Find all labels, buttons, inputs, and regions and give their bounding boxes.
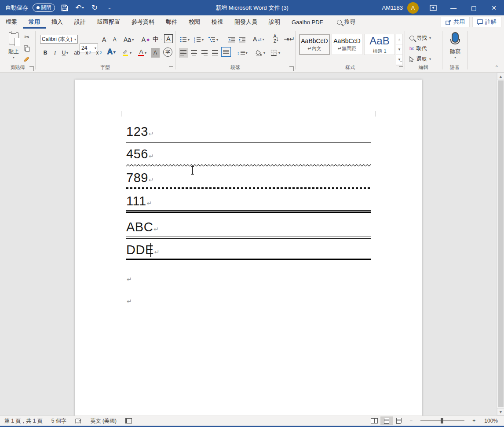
find-button[interactable]: 尋找 ▾ <box>409 33 431 43</box>
styles-scroll-up-icon[interactable]: ▲ <box>396 34 402 44</box>
language-status[interactable]: 英文 (美國) <box>86 416 121 426</box>
strikethrough-button[interactable]: ab <box>73 48 81 58</box>
paragraph-dialog-launcher[interactable] <box>289 66 294 71</box>
tab-insert[interactable]: 插入 <box>46 15 69 29</box>
change-case-button[interactable]: Aa▾ <box>124 35 134 44</box>
select-button[interactable]: 選取 ▾ <box>409 54 431 64</box>
doc-paragraph-1[interactable]: 123↵ <box>126 124 371 139</box>
multilevel-list-button[interactable]: ▾ <box>208 35 218 44</box>
ribbon-display-options-icon[interactable] <box>423 0 443 15</box>
tab-mailings[interactable]: 郵件 <box>160 15 183 29</box>
paste-button[interactable]: 貼上 ▾ <box>4 32 24 59</box>
style-no-spacing[interactable]: AaBbCcD ↵無間距 <box>332 34 362 55</box>
asian-layout-button[interactable]: A⇄▾ <box>253 34 264 44</box>
justify-button[interactable] <box>211 48 219 58</box>
line-spacing-button[interactable]: ↕▾ <box>237 48 248 58</box>
increase-indent-button[interactable] <box>238 35 247 44</box>
style-heading1[interactable]: AaB 標題 1 <box>364 34 395 55</box>
page-number-status[interactable]: 第 1 頁，共 1 頁 <box>0 416 47 426</box>
numbering-button[interactable]: 123▾ <box>194 35 204 44</box>
scrollbar-thumb[interactable] <box>498 80 504 407</box>
comments-button[interactable]: 註解 <box>472 17 501 27</box>
save-icon[interactable] <box>59 3 70 13</box>
highlight-button[interactable]: ▾ <box>122 48 131 58</box>
align-center-button[interactable] <box>190 48 198 58</box>
subscript-button[interactable]: x2 <box>84 48 93 58</box>
zoom-level[interactable]: 100% <box>480 416 504 426</box>
borders-button[interactable]: ▾ <box>270 48 280 58</box>
paste-dropdown-icon[interactable]: ▾ <box>13 55 15 59</box>
zoom-out-button[interactable]: − <box>405 416 417 426</box>
tab-developer[interactable]: 開發人員 <box>229 15 263 29</box>
copy-button[interactable] <box>22 44 32 53</box>
align-right-button[interactable] <box>200 48 209 58</box>
format-painter-button[interactable] <box>22 54 32 64</box>
avatar[interactable]: A <box>407 2 419 14</box>
zoom-slider[interactable] <box>420 420 464 421</box>
tab-view[interactable]: 檢視 <box>206 15 229 29</box>
character-shading-button[interactable]: A <box>151 48 160 58</box>
print-layout-button[interactable] <box>380 416 393 425</box>
enclose-characters-button[interactable]: A <box>164 34 173 43</box>
shading-button[interactable]: ▾ <box>256 48 265 58</box>
decrease-indent-button[interactable] <box>227 35 236 44</box>
dictate-button[interactable]: 聽寫 ▾ <box>445 32 465 59</box>
bold-button[interactable]: B <box>41 48 50 58</box>
replace-button[interactable]: bc 取代 <box>409 44 427 53</box>
tab-layout[interactable]: 版面配置 <box>91 15 126 29</box>
tab-gaaiho-pdf[interactable]: Gaaiho PDF <box>286 15 329 29</box>
doc-paragraph-7[interactable]: ↵ <box>126 270 371 285</box>
styles-scroll-down-icon[interactable]: ▼ <box>396 44 402 55</box>
scroll-down-icon[interactable]: ▼ <box>497 408 504 416</box>
proofing-status-icon[interactable] <box>71 416 86 426</box>
bullets-button[interactable]: ▾ <box>180 35 190 44</box>
close-button[interactable]: ✕ <box>484 0 504 15</box>
doc-paragraph-6[interactable]: DDE↵ <box>126 243 371 257</box>
undo-icon[interactable]: ↶▾ <box>74 3 85 13</box>
ime-status-icon[interactable] <box>121 416 136 426</box>
quick-access-toolbar-menu-icon[interactable]: ⌄ <box>104 3 115 13</box>
minimize-button[interactable]: — <box>443 0 464 15</box>
doc-paragraph-4[interactable]: 111↵ <box>126 194 371 208</box>
italic-button[interactable]: I <box>51 48 59 58</box>
tab-file[interactable]: 檔案 <box>0 15 23 29</box>
page[interactable]: 123↵ 456↵ 789↵ 111↵ ABC↵ DDE↵ ↵ ↵ <box>75 80 422 416</box>
font-name-combobox[interactable]: Calibri (本文)▾ <box>40 35 78 44</box>
scroll-up-icon[interactable]: ▲ <box>497 73 504 80</box>
style-normal[interactable]: AaBbCcD ↵內文 <box>299 34 330 55</box>
font-color-dropdown-icon[interactable]: ▾ <box>145 51 146 55</box>
shrink-font-button[interactable]: Aˇ <box>111 35 120 44</box>
show-formatting-marks-button[interactable]: ⇥↵ <box>284 34 295 44</box>
doc-paragraph-5[interactable]: ABC↵ <box>126 220 371 234</box>
autosave-toggle[interactable]: 關閉 <box>33 4 55 12</box>
doc-paragraph-2[interactable]: 456↵ <box>126 147 371 161</box>
enclosed-characters-button[interactable]: 字 <box>163 47 172 57</box>
superscript-button[interactable]: x2 <box>95 48 103 58</box>
doc-paragraph-8[interactable]: ↵ <box>126 292 371 307</box>
styles-gallery-more-icon[interactable]: ▼̲ <box>396 55 402 65</box>
account-name[interactable]: AM1183 <box>382 4 403 11</box>
styles-gallery-scroll[interactable]: ▲ ▼ ▼̲ <box>396 34 403 66</box>
phonetic-guide-button[interactable]: 中ㆍ <box>153 35 163 44</box>
tab-references[interactable]: 參考資料 <box>126 15 160 29</box>
tab-home[interactable]: 常用 <box>23 15 46 29</box>
search-field[interactable]: 搜尋 <box>337 18 356 26</box>
zoom-slider-thumb[interactable] <box>441 418 443 423</box>
tab-help[interactable]: 說明 <box>263 15 286 29</box>
text-effects-button[interactable]: A▾ <box>107 47 116 57</box>
cut-button[interactable]: ✂ <box>22 32 32 42</box>
font-dialog-launcher[interactable] <box>169 66 173 71</box>
word-count-status[interactable]: 5 個字 <box>47 416 71 426</box>
grow-font-button[interactable]: Aˆ <box>101 35 110 44</box>
share-button[interactable]: 共用 <box>441 17 470 27</box>
collapse-ribbon-icon[interactable]: ⌃ <box>495 65 499 70</box>
underline-dropdown-icon[interactable]: ▾ <box>66 51 68 55</box>
redo-icon[interactable]: ↻ <box>89 3 100 13</box>
document-area[interactable]: 123↵ 456↵ 789↵ 111↵ ABC↵ DDE↵ ↵ ↵ <box>0 73 497 416</box>
tab-review[interactable]: 校閱 <box>183 15 206 29</box>
align-left-button[interactable] <box>179 48 188 58</box>
maximize-button[interactable]: ▢ <box>464 0 484 15</box>
zoom-in-button[interactable]: + <box>468 416 480 426</box>
read-mode-button[interactable] <box>368 416 380 425</box>
web-layout-button[interactable] <box>393 416 405 425</box>
